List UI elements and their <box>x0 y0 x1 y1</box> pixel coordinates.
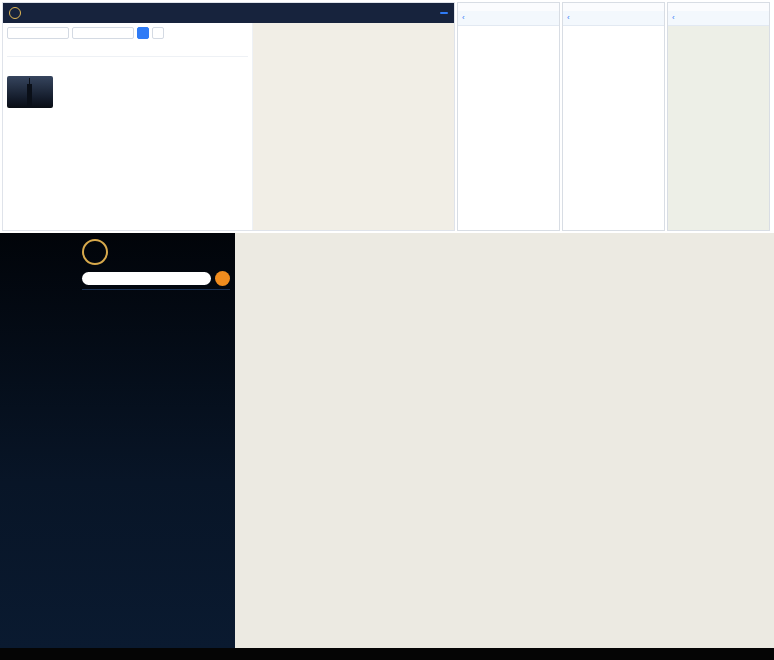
back-icon: ‹ <box>672 14 675 22</box>
status-footer <box>0 648 774 660</box>
app-nav-bar: ‹ <box>458 11 559 26</box>
sidebar-logo-row <box>82 239 230 265</box>
back-icon: ‹ <box>567 14 570 22</box>
back-button[interactable]: ‹ <box>462 14 466 22</box>
kc3-body <box>458 26 559 230</box>
tower-silhouette <box>27 84 32 108</box>
day-mode-button[interactable] <box>215 271 230 286</box>
search-button[interactable] <box>137 27 149 39</box>
map-platform <box>0 233 774 648</box>
lk-logo-icon <box>82 239 108 265</box>
desktop-app <box>2 2 455 231</box>
mobile-app-kc3: ‹ <box>457 2 560 231</box>
mobile-app-compare: ‹ <box>562 2 665 231</box>
back-button[interactable]: ‹ <box>672 14 676 22</box>
distribution-body <box>668 26 769 230</box>
sidebar-content <box>82 239 230 294</box>
status-bar <box>668 3 769 11</box>
main-map[interactable] <box>235 233 774 648</box>
platform-body <box>3 23 454 230</box>
back-button[interactable]: ‹ <box>567 14 571 22</box>
back-icon: ‹ <box>462 14 465 22</box>
sidebar <box>0 233 235 648</box>
mini-map[interactable] <box>253 23 454 230</box>
compare-body <box>563 26 664 230</box>
status-bar <box>458 3 559 11</box>
data-tabs <box>7 42 248 57</box>
app-nav-bar: ‹ <box>563 11 664 26</box>
sidebar-tabs <box>82 289 230 290</box>
filter-row <box>7 26 248 40</box>
pagination <box>7 60 248 73</box>
reset-button[interactable] <box>152 27 164 39</box>
user-chip[interactable] <box>440 12 448 14</box>
map-search-input[interactable] <box>82 272 211 285</box>
borehole-id-filter[interactable] <box>7 27 69 39</box>
project-name-filter[interactable] <box>72 27 134 39</box>
data-panel <box>3 23 253 230</box>
platform-logo-icon <box>9 7 21 19</box>
sidebar-search-row <box>82 271 230 286</box>
site-photo-thumbnail[interactable] <box>7 76 53 108</box>
photo-row <box>7 76 248 108</box>
aerial-map[interactable] <box>668 26 769 230</box>
status-bar <box>563 3 664 11</box>
screenshot-root: ‹ ‹ ‹ <box>0 0 774 660</box>
app-nav-bar: ‹ <box>668 11 769 26</box>
platform-header <box>3 3 454 23</box>
mobile-app-distribution: ‹ <box>667 2 770 231</box>
top-row: ‹ ‹ ‹ <box>0 0 774 233</box>
